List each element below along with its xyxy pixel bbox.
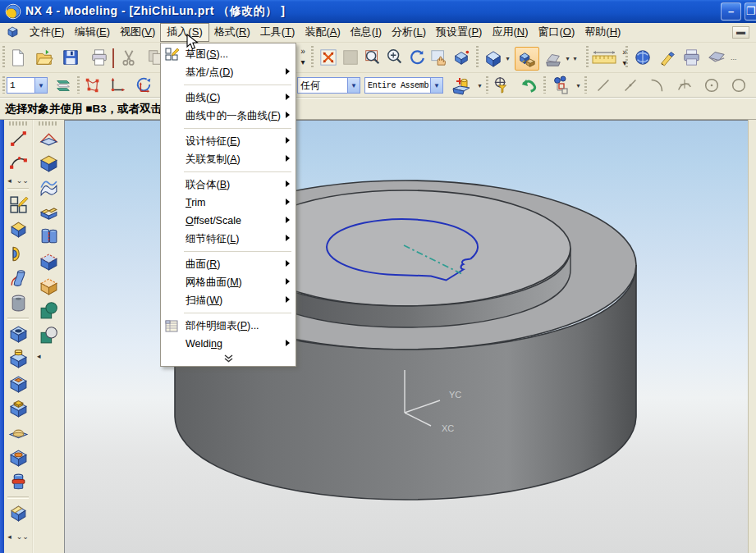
- boss-icon[interactable]: [6, 347, 30, 371]
- menu-window[interactable]: 窗口(O): [533, 23, 580, 42]
- block-icon[interactable]: [36, 151, 61, 175]
- revolve-icon[interactable]: [6, 242, 30, 266]
- menu-item-design-feature[interactable]: 设计特征(E): [161, 132, 296, 150]
- menu-preferences[interactable]: 预设置(P): [431, 23, 487, 42]
- slab-icon[interactable]: [36, 200, 61, 224]
- work-part-dropdown[interactable]: ▾: [476, 75, 483, 95]
- minimize-button[interactable]: –: [721, 2, 741, 21]
- menu-item-sweep[interactable]: 扫描(W): [161, 291, 296, 309]
- pad-icon[interactable]: [6, 396, 30, 420]
- menu-item-curve-from-curves[interactable]: 曲线中的一条曲线(F): [161, 107, 296, 125]
- dome-icon[interactable]: [6, 421, 30, 445]
- save-button[interactable]: [59, 47, 81, 67]
- selection-filter-button[interactable]: [491, 75, 512, 95]
- hole-icon[interactable]: [6, 322, 30, 346]
- menu-information[interactable]: 信息(I): [346, 23, 387, 42]
- measure-overflow-button[interactable]: »▾: [619, 47, 630, 70]
- studio-render-button[interactable]: [630, 47, 655, 67]
- line-icon[interactable]: [6, 126, 30, 150]
- arc-tool-button[interactable]: [647, 75, 668, 95]
- snap-point-button[interactable]: [82, 75, 103, 95]
- selection-filter-combo[interactable]: 任何▼: [297, 77, 360, 94]
- unite-icon[interactable]: [36, 299, 61, 322]
- menu-application[interactable]: 应用(N): [487, 23, 533, 42]
- section-view-button[interactable]: [542, 48, 564, 69]
- menu-file[interactable]: 文件(F): [25, 23, 70, 42]
- zoom-in-out-button[interactable]: [383, 47, 405, 67]
- menu-format[interactable]: 格式(R): [209, 23, 255, 42]
- menu-item-combine[interactable]: 联合体(B): [161, 176, 296, 194]
- pan-view-button[interactable]: [428, 47, 450, 67]
- bounded-plane-icon[interactable]: [36, 126, 61, 150]
- extrude-icon[interactable]: [6, 217, 30, 241]
- menu-item-associative-copy[interactable]: 关联复制(A): [161, 150, 296, 168]
- shaded-view-button[interactable]: [482, 48, 504, 69]
- menu-item-trim[interactable]: Trim: [161, 194, 296, 212]
- shaded-view-dropdown[interactable]: ▾: [504, 49, 511, 69]
- work-part-button[interactable]: [448, 75, 476, 95]
- maximize-button[interactable]: ❐: [745, 2, 756, 21]
- perspective-button[interactable]: [450, 47, 472, 67]
- menu-item-sketch[interactable]: 草图(S)...: [161, 45, 296, 63]
- menu-help[interactable]: 帮助(H): [580, 23, 625, 42]
- csys-orient-button[interactable]: [133, 75, 154, 95]
- menu-expand-chevron[interactable]: [161, 353, 296, 364]
- visualize-shape-button[interactable]: [655, 47, 680, 67]
- menu-item-curve[interactable]: 曲线(C): [161, 89, 296, 107]
- menu-analysis[interactable]: 分析(L): [387, 23, 431, 42]
- menu-insert[interactable]: 插入(S): [160, 23, 208, 42]
- rotate-view-button[interactable]: [405, 47, 428, 67]
- tube-pair-icon[interactable]: [36, 225, 61, 249]
- toolbar-overflow-button[interactable]: »▾: [297, 46, 309, 71]
- zoom-box-button[interactable]: [361, 47, 383, 67]
- wireframe-mode-button[interactable]: [515, 47, 539, 71]
- menu-item-offset-scale[interactable]: Offset/Scale: [161, 212, 296, 230]
- menu-item-surface[interactable]: 曲面(R): [161, 255, 296, 273]
- arc-icon[interactable]: [6, 151, 30, 175]
- zoom-disabled-button[interactable]: [339, 47, 361, 67]
- sweep-icon[interactable]: [6, 267, 30, 290]
- layer-settings-button[interactable]: [53, 75, 74, 95]
- toolbar-grip[interactable]: [39, 121, 58, 126]
- circle-center-button[interactable]: [701, 75, 722, 95]
- print-button[interactable]: [88, 47, 110, 67]
- menu-view[interactable]: 视图(V): [115, 23, 160, 42]
- inferred-line-button[interactable]: [620, 75, 641, 95]
- sketch-icon[interactable]: [6, 193, 30, 217]
- chamfer-icon[interactable]: [6, 501, 30, 525]
- fit-view-button[interactable]: [317, 47, 339, 67]
- clip-section-button[interactable]: [704, 47, 729, 67]
- menu-item-mesh-surface[interactable]: 网格曲面(M): [161, 273, 296, 291]
- arc-point-button[interactable]: [674, 75, 695, 95]
- high-quality-image-button[interactable]: [680, 47, 704, 67]
- view-more-dropdown[interactable]: ▾: [571, 49, 579, 69]
- flange-icon[interactable]: [6, 470, 30, 494]
- patch-body-icon[interactable]: [36, 249, 61, 273]
- find-component-button[interactable]: [548, 75, 575, 95]
- toolbar-collapse-row[interactable]: ◂⌄⌄: [4, 176, 32, 185]
- selection-scope-combo[interactable]: Entire Assemb▼: [364, 77, 443, 94]
- work-layer-combo[interactable]: 1▼: [7, 77, 48, 94]
- measure-button[interactable]: [591, 48, 619, 69]
- menu-edit[interactable]: 编辑(E): [70, 23, 115, 42]
- menu-tools[interactable]: 工具(T): [255, 23, 300, 42]
- cut-button[interactable]: [117, 47, 140, 67]
- pocket-icon[interactable]: [6, 372, 30, 395]
- toolbar-grip[interactable]: [9, 121, 27, 126]
- menu-item-welding[interactable]: Welding: [161, 335, 296, 353]
- circle-tool-button[interactable]: [728, 75, 749, 95]
- toolbar-expand-row[interactable]: ◂⌄⌄: [4, 532, 32, 542]
- subtract-icon[interactable]: [36, 323, 61, 347]
- open-file-button[interactable]: [33, 47, 55, 67]
- cylinder-icon[interactable]: [6, 291, 30, 315]
- menu-item-parts-list[interactable]: 部件明细表(P)...: [161, 317, 296, 335]
- menu-assemblies[interactable]: 装配(A): [300, 23, 345, 42]
- line-tool-button[interactable]: [593, 75, 614, 95]
- menu-item-datum-point[interactable]: 基准/点(D): [161, 63, 296, 81]
- menu-item-detail-feature[interactable]: 细节特征(L): [161, 230, 296, 248]
- cavity-icon[interactable]: [6, 446, 30, 469]
- new-file-button[interactable]: [7, 47, 29, 67]
- section-view-dropdown[interactable]: ▾: [564, 49, 571, 69]
- sheet-body-icon[interactable]: [36, 176, 61, 199]
- toolbar-collapse-arrow[interactable]: ◂: [37, 352, 63, 360]
